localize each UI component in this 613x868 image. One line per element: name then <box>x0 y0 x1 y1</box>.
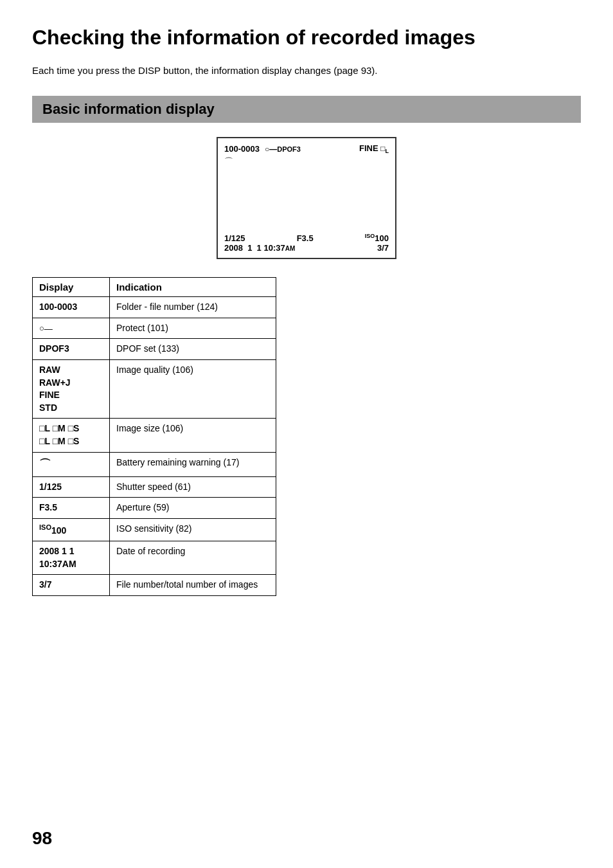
cam-battery-icon: ⌒ <box>224 156 233 167</box>
table-cell-indication: Shutter speed (61) <box>110 476 276 498</box>
cam-size-icon: □L <box>380 144 389 153</box>
intro-text: Each time you press the DISP button, the… <box>32 64 581 78</box>
table-cell-display: RAWRAW+JFINESTD <box>33 360 110 419</box>
table-cell-display: □L □M □S□L □M □S <box>33 419 110 452</box>
table-row: F3.5Aperture (59) <box>33 498 276 519</box>
cam-top-left: 100-0003 ○—DPOF3 <box>224 144 301 154</box>
table-row: ISO100ISO sensitivity (82) <box>33 519 276 541</box>
table-cell-display: ISO100 <box>33 519 110 541</box>
table-cell-display: ⌒ <box>33 452 110 476</box>
table-cell-indication: Aperture (59) <box>110 498 276 519</box>
table-cell-indication: File number/total number of images <box>110 575 276 596</box>
table-row: □L □M □S□L □M □SImage size (106) <box>33 419 276 452</box>
cam-bottom-row2: 2008 1 1 10:37AM 3/7 <box>224 243 389 253</box>
page-title: Checking the information of recorded ima… <box>32 26 581 50</box>
cam-aperture: F3.5 <box>297 233 314 243</box>
table-cell-display: 100-0003 <box>33 297 110 318</box>
table-cell-display: F3.5 <box>33 498 110 519</box>
table-cell-indication: Image quality (106) <box>110 360 276 419</box>
table-row: 2008 1 110:37AMDate of recording <box>33 541 276 575</box>
section-header: Basic information display <box>32 96 581 123</box>
table-cell-display: 3/7 <box>33 575 110 596</box>
cam-file-number: 100-0003 <box>224 144 260 154</box>
cam-bottom-section: 1/125 F3.5 ISO100 2008 1 1 10:37AM 3/7 <box>224 233 389 253</box>
table-row: 3/7File number/total number of images <box>33 575 276 596</box>
cam-quality: FINE <box>359 143 378 153</box>
table-row: ○—Protect (101) <box>33 318 276 339</box>
table-cell-display: DPOF3 <box>33 339 110 360</box>
cam-shutter: 1/125 <box>224 233 245 243</box>
col-display-header: Display <box>33 278 110 297</box>
cam-quality-size: FINE □L <box>359 143 389 154</box>
cam-iso-label: ISO <box>365 233 375 239</box>
table-cell-indication: DPOF set (133) <box>110 339 276 360</box>
cam-top-row: 100-0003 ○—DPOF3 FINE □L <box>224 143 389 154</box>
camera-display-area: 100-0003 ○—DPOF3 FINE □L ⌒ 1/125 F3.5 IS… <box>32 137 581 259</box>
table-cell-display: 1/125 <box>33 476 110 498</box>
camera-display: 100-0003 ○—DPOF3 FINE □L ⌒ 1/125 F3.5 IS… <box>217 137 396 259</box>
cam-bottom-row1: 1/125 F3.5 ISO100 <box>224 233 389 243</box>
cam-iso: ISO100 <box>365 233 389 243</box>
table-cell-display: ○— <box>33 318 110 339</box>
page-number: 98 <box>32 828 52 849</box>
table-cell-indication: ISO sensitivity (82) <box>110 519 276 541</box>
cam-file-count: 3/7 <box>377 243 389 253</box>
table-cell-indication: Battery remaining warning (17) <box>110 452 276 476</box>
table-cell-indication: Protect (101) <box>110 318 276 339</box>
col-indication-header: Indication <box>110 278 276 297</box>
info-table: Display Indication 100-0003Folder - file… <box>32 277 276 596</box>
cam-protect-icon: ○—DPOF3 <box>265 145 301 154</box>
table-cell-display: 2008 1 110:37AM <box>33 541 110 575</box>
table-header-row: Display Indication <box>33 278 276 297</box>
table-cell-indication: Date of recording <box>110 541 276 575</box>
table-cell-indication: Folder - file number (124) <box>110 297 276 318</box>
cam-battery-row: ⌒ <box>224 156 389 168</box>
table-row: ⌒Battery remaining warning (17) <box>33 452 276 476</box>
table-row: 100-0003Folder - file number (124) <box>33 297 276 318</box>
table-row: DPOF3DPOF set (133) <box>33 339 276 360</box>
table-cell-indication: Image size (106) <box>110 419 276 452</box>
table-row: RAWRAW+JFINESTDImage quality (106) <box>33 360 276 419</box>
cam-date: 2008 1 1 10:37AM <box>224 243 295 253</box>
table-row: 1/125Shutter speed (61) <box>33 476 276 498</box>
